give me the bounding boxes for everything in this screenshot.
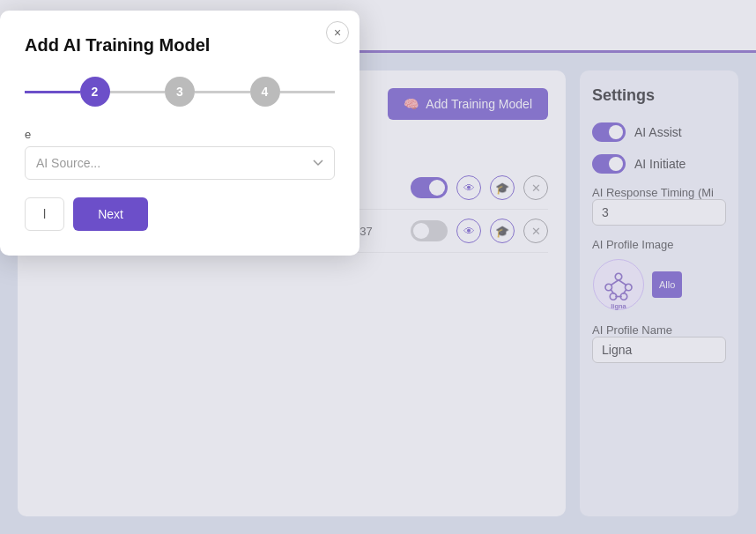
step-line-1 (110, 91, 166, 93)
cancel-button[interactable]: l (25, 197, 64, 231)
modal-close-button[interactable]: × (326, 21, 349, 44)
modal-title: Add AI Training Model (25, 35, 335, 56)
step-line-2 (195, 91, 250, 93)
stepper: 2 3 4 (25, 77, 335, 107)
step-3: 3 (165, 77, 195, 107)
step-line-0 (25, 91, 80, 93)
step-4: 4 (250, 77, 280, 107)
step-2: 2 (80, 77, 110, 107)
close-x-icon: × (334, 26, 341, 40)
modal: × Add AI Training Model 2 3 4 e AI Sourc… (0, 11, 359, 256)
source-form-group: e AI Source... (25, 128, 335, 180)
step-line-3 (280, 91, 336, 93)
next-button[interactable]: Next (73, 197, 148, 231)
ai-source-select[interactable]: AI Source... (25, 146, 335, 180)
modal-buttons: l Next (25, 197, 335, 231)
source-label: e (25, 128, 335, 141)
